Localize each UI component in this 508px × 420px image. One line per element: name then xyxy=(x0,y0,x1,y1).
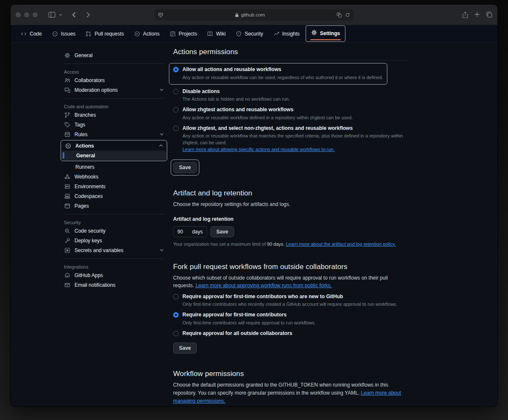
radio-icon[interactable] xyxy=(173,294,179,299)
sidebar-item-label: Actions xyxy=(75,143,94,149)
gear-icon xyxy=(64,52,71,58)
git-branch-icon xyxy=(64,112,71,118)
sidebar-item-general[interactable]: General xyxy=(61,50,167,60)
tab-label: Issues xyxy=(61,31,76,37)
radio-option-allow-select-actions[interactable]: Allow zhgtest, and select non-zhgtest, a… xyxy=(173,125,409,153)
tab-pull-requests[interactable]: Pull requests xyxy=(81,27,128,40)
people-icon xyxy=(64,77,71,83)
sidebar-item-code-security[interactable]: Code security xyxy=(61,226,167,236)
tab-projects[interactable]: Projects xyxy=(166,27,201,40)
sidebar-item-actions-runners[interactable]: Runners xyxy=(61,162,167,172)
sidebar-item-rules[interactable]: Rules xyxy=(61,129,167,139)
sidebar-item-branches[interactable]: Branches xyxy=(61,110,167,120)
minimize-window-button[interactable] xyxy=(24,12,29,17)
radio-label: Allow zhgtest actions and reusable workf… xyxy=(182,107,353,113)
sidebar-item-label: GitHub Apps xyxy=(75,272,103,278)
artifact-note-text: Your organization has set a maximum limi… xyxy=(173,242,267,247)
retention-days-input-wrap: days xyxy=(173,226,207,237)
sidebar-toggle-icon[interactable] xyxy=(46,9,57,20)
radio-icon[interactable] xyxy=(173,126,179,131)
radio-option-first-time-new-to-github[interactable]: Require approval for first-time contribu… xyxy=(173,294,409,308)
play-circle-icon xyxy=(134,31,140,37)
close-window-button[interactable] xyxy=(16,12,21,17)
sidebar-item-moderation-options[interactable]: Moderation options xyxy=(61,85,167,95)
radio-icon[interactable] xyxy=(173,107,179,113)
actions-permissions-save-button[interactable]: Save xyxy=(173,162,197,173)
sidebar-item-label: Deploy keys xyxy=(75,238,102,244)
address-bar[interactable]: github.com xyxy=(155,9,353,21)
actions-group-focus-ring: Actions General xyxy=(61,140,167,161)
back-button[interactable] xyxy=(68,9,79,20)
tab-wiki[interactable]: Wiki xyxy=(203,27,230,40)
tab-label: Actions xyxy=(143,31,160,37)
tab-security[interactable]: Security xyxy=(232,27,267,40)
sidebar-item-collaborators[interactable]: Collaborators xyxy=(61,75,167,85)
sidebar-item-label: Rules xyxy=(75,132,88,137)
sidebar-item-label: Secrets and variables xyxy=(75,247,123,253)
translate-icon[interactable] xyxy=(337,12,342,18)
approving-workflow-runs-link[interactable]: Learn more about approving workflow runs… xyxy=(196,283,332,288)
sidebar-item-github-apps[interactable]: GitHub Apps xyxy=(61,270,167,280)
reload-icon[interactable] xyxy=(345,12,350,18)
fork-save-button[interactable]: Save xyxy=(173,343,197,354)
sidebar-item-label: Webhooks xyxy=(75,174,98,180)
radio-selected-icon[interactable] xyxy=(173,312,179,318)
radio-option-all-outside-collaborators[interactable]: Require approval for all outside collabo… xyxy=(173,330,409,337)
section-title-fork-pr-workflows: Fork pull request workflows from outside… xyxy=(173,263,409,271)
sidebar-item-actions-general[interactable]: General xyxy=(61,151,166,160)
sidebar-item-actions[interactable]: Actions xyxy=(61,141,166,151)
issue-icon xyxy=(52,31,58,37)
sidebar-item-deploy-keys[interactable]: Deploy keys xyxy=(61,236,167,245)
sidebar-item-label: Pages xyxy=(75,203,89,209)
radio-icon[interactable] xyxy=(173,331,179,336)
gear-icon xyxy=(311,30,317,37)
share-icon[interactable] xyxy=(462,11,468,18)
sidebar-item-email-notifications[interactable]: Email notifications xyxy=(61,280,167,290)
code-icon xyxy=(21,31,27,37)
sidebar-item-environments[interactable]: Environments xyxy=(61,181,167,191)
artifact-description: Choose the repository settings for artif… xyxy=(173,200,409,209)
play-circle-icon xyxy=(65,143,72,149)
window-controls xyxy=(16,12,38,17)
radio-description: The Actions tab is hidden and no workflo… xyxy=(182,96,290,103)
retention-policy-link[interactable]: Learn more about the artifact and log re… xyxy=(286,242,396,247)
lock-icon xyxy=(235,13,239,17)
radio-option-allow-all-actions[interactable]: Allow all actions and reusable workflows… xyxy=(173,66,383,81)
sidebar-menu-chevron-icon[interactable] xyxy=(57,9,64,20)
radio-option-disable-actions[interactable]: Disable actions The Actions tab is hidde… xyxy=(173,88,409,103)
radio-icon[interactable] xyxy=(173,89,179,94)
sidebar-item-tags[interactable]: Tags xyxy=(61,120,167,129)
chevron-down-icon xyxy=(160,133,164,136)
tab-overview-icon[interactable] xyxy=(486,11,492,18)
artifact-save-button[interactable]: Save xyxy=(210,226,234,237)
learn-more-specific-actions-link[interactable]: Learn more about allowing specific actio… xyxy=(182,147,335,152)
graph-icon xyxy=(273,31,279,37)
tab-actions[interactable]: Actions xyxy=(130,27,164,40)
save-button-focus-ring: Save xyxy=(171,159,199,176)
zoom-window-button[interactable] xyxy=(33,12,38,17)
radio-label: Require approval for first-time contribu… xyxy=(182,294,397,300)
sidebar-item-secrets-and-variables[interactable]: Secrets and variables xyxy=(61,245,167,255)
sidebar-item-codespaces[interactable]: Codespaces xyxy=(61,191,167,201)
tab-code[interactable]: Code xyxy=(17,27,46,40)
artifact-note: Your organization has set a maximum limi… xyxy=(173,242,409,247)
new-tab-icon[interactable] xyxy=(474,11,480,18)
tab-insights[interactable]: Insights xyxy=(269,27,304,40)
sidebar-item-pages[interactable]: Pages xyxy=(61,201,167,211)
forward-button[interactable] xyxy=(83,9,94,20)
sidebar-section-access: Access xyxy=(61,67,167,75)
workflow-description-text: Choose the default permissions granted t… xyxy=(173,382,388,396)
tab-label: Insights xyxy=(282,31,300,37)
section-title-workflow-permissions: Workflow permissions xyxy=(173,370,409,378)
codescan-icon xyxy=(64,228,71,234)
radio-option-first-time-contributors[interactable]: Require approval for first-time contribu… xyxy=(173,312,409,327)
radio-selected-icon[interactable] xyxy=(173,67,179,72)
tab-issues[interactable]: Issues xyxy=(48,27,80,40)
sidebar-item-webhooks[interactable]: Webhooks xyxy=(61,172,167,181)
tab-settings[interactable]: Settings xyxy=(306,25,345,42)
retention-days-input[interactable] xyxy=(177,229,192,235)
radio-label: Disable actions xyxy=(182,88,290,95)
radio-option-allow-zhgtest-actions[interactable]: Allow zhgtest actions and reusable workf… xyxy=(173,107,409,121)
browser-icon xyxy=(64,203,71,209)
page-settings-icon[interactable] xyxy=(158,12,163,18)
